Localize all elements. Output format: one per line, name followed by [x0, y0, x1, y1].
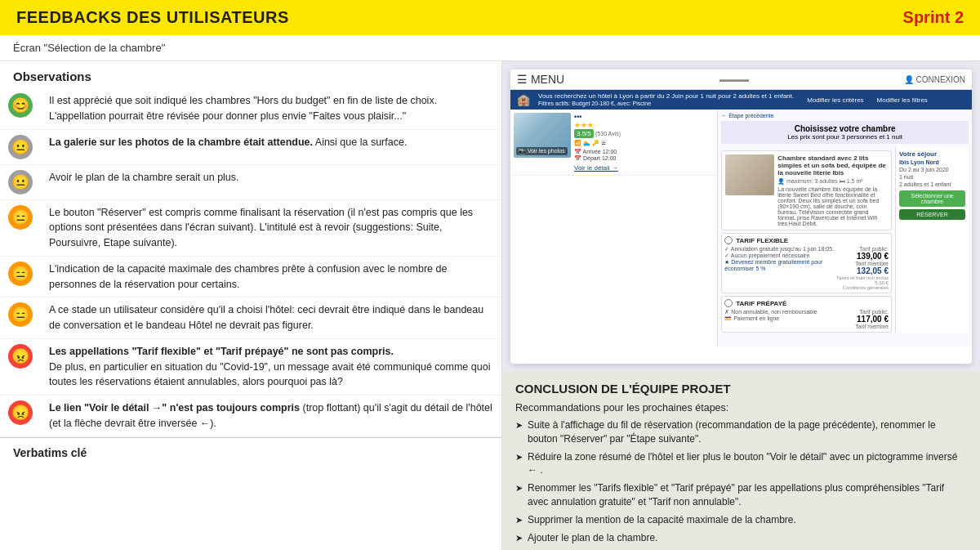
sentiment-cell: 😐 — [0, 129, 41, 164]
hotel-name-label: ••• — [574, 113, 621, 121]
mixed-icon-3: 😑 — [8, 302, 33, 327]
hotel-content: 📷 Voir les photos ••• ★★★ 3.5/5 (530 Avi… — [510, 110, 972, 347]
prev-step: ← Étape précédente — [721, 113, 969, 118]
table-row: 😠 Les appellations "Tarif flexible" et "… — [0, 338, 501, 395]
obs-text-4: Le bouton "Réserver" est compris comme f… — [41, 199, 501, 256]
prix-public-label-2: Tarif public: — [855, 309, 889, 315]
obs-text-8: Le lien "Voir le détail →" n'est pas tou… — [41, 396, 501, 437]
departure-time: 📅 Départ 12:00 — [574, 155, 621, 162]
conclusion-subtitle: Recommandations pour les prochaines étap… — [515, 402, 967, 414]
table-row: 😑 Le bouton "Réserver" est compris comme… — [0, 199, 501, 256]
room-image — [725, 154, 774, 195]
obs-text-7: Les appellations "Tarif flexible" et "Ta… — [41, 338, 501, 395]
tarif-flexible-row: TARIF FLEXIBLE ✓ Annulation gratuite jus… — [721, 233, 892, 293]
hotel-list: 📷 Voir les photos ••• ★★★ 3.5/5 (530 Avi… — [510, 110, 718, 347]
non-annulable: ✗ Non annulable, non remboursable — [724, 309, 817, 315]
list-item-text-2: Réduire la zone résumé de l'hôtel et lie… — [528, 450, 967, 478]
tarif-flex-radio[interactable] — [724, 236, 733, 244]
modify-criteria-btn[interactable]: Modifier les critères — [802, 95, 868, 105]
hotel-ui-mock: ☰ MENU ▬▬▬▬ 👤 CONNEXION 🏨 Vous recherche… — [510, 69, 972, 364]
room-capacity: 👤 maximum: 3 adultes 🛏 1.5 m² — [777, 178, 888, 185]
hotel-detail: ← Étape précédente Choisissez votre cham… — [718, 110, 972, 347]
tarif-pre-label: TARIF PRÉPAYÉ — [736, 300, 786, 307]
obs-text-3: Avoir le plan de la chambre serait un pl… — [41, 164, 501, 199]
prix-membre-1: 132,05 € — [835, 266, 889, 275]
room-section: Chambre standard avec 2 lits simples et … — [721, 147, 892, 333]
voir-detail-link[interactable]: Voir le détail → — [574, 164, 621, 172]
tarif-pre-radio[interactable] — [724, 299, 733, 307]
annulation-info: ✓ Annulation gratuite jusqu'au 1 juin 18… — [724, 246, 835, 253]
sejour-title: Votre séjour — [899, 150, 965, 158]
table-row: 😠 Le lien "Voir le détail →" n'est pas t… — [0, 396, 501, 437]
paiement-info: 💳 Paiement en ligne — [724, 315, 817, 322]
obs-text-5: L'indication de la capacité maximale des… — [41, 256, 501, 297]
obs-text-6: A ce stade un utilisateur considère qu'i… — [41, 297, 501, 339]
voir-detail-text[interactable]: Voir le détail → — [574, 164, 618, 172]
list-item: Supprimer la mention de la capacité maxi… — [515, 513, 967, 527]
choose-room-subtitle: Les prix sont pour 3 personnes et 1 nuit — [726, 133, 964, 141]
menu-icon: ☰ MENU — [517, 73, 564, 86]
hotel-logo: ▬▬▬▬ — [719, 75, 749, 83]
observations-table: 😊 Il est apprécié que soit indiqué les c… — [0, 88, 501, 437]
tarif-pre-info: ✗ Non annulable, non remboursable 💳 Paie… — [724, 309, 817, 329]
filter-buttons: Modifier les critères Modifier les filtr… — [802, 95, 933, 105]
votre-sejour-sidebar: Votre séjour Ibis Lyon Nord Du 2 au 3 ju… — [895, 147, 969, 333]
filter-text: Vous recherchez un hôtel à Lyon à partir… — [538, 92, 794, 107]
sejour-dates: Du 2 au 3 juin 2020 — [899, 167, 965, 172]
prepayment-info: ✓ Aucun prépaiement nécessaire — [724, 253, 835, 259]
view-photos-btn[interactable]: 📷 Voir les photos — [516, 147, 568, 155]
sejour-nuit: 1 nuit — [899, 174, 965, 180]
screen-label: Écran "Sélection de la chambre" — [0, 35, 980, 61]
prix-public-2: 117,00 € — [855, 315, 889, 324]
hotel-card: 📷 Voir les photos ••• ★★★ 3.5/5 (530 Avi… — [510, 110, 717, 176]
conclusion-area: CONCLUSION DE L'ÉQUIPE PROJET Recommanda… — [502, 372, 980, 550]
tarif-membre-label-2: Tarif membre — [855, 324, 889, 329]
list-item-text-5: Ajouter le plan de la chambre. — [528, 531, 657, 545]
arrival-time: 📅 Arrivée 12:00 — [574, 149, 621, 155]
reviews-count: (530 Avis) — [595, 131, 621, 136]
neutral-icon-2: 😐 — [8, 170, 33, 195]
page-title: FEEDBACKS DES UTILISATEURS — [16, 8, 289, 27]
obs-text-1: Il est apprécié que soit indiqué les cha… — [41, 88, 501, 129]
tarif-pre-header: TARIF PRÉPAYÉ — [724, 299, 889, 307]
list-item-text-1: Suite à l'affichage du fil de réservatio… — [528, 418, 967, 446]
sejour-persons: 2 adultes et 1 enfant — [899, 181, 965, 187]
sentiment-cell: 😐 — [0, 164, 41, 199]
connexion-label: 👤 CONNEXION — [904, 75, 965, 84]
choose-room-header: Choisissez votre chambre Les prix sont p… — [721, 121, 969, 144]
room-desc: La nouvelle chambre Ibis équipée de la l… — [777, 186, 888, 226]
obs-text-2: La galerie sur les photos de la chambre … — [41, 129, 501, 164]
tarif-membre-label: Tarif membre — [835, 261, 889, 266]
reserver-button[interactable]: Sélectionner une chambre — [899, 190, 965, 207]
sentiment-cell: 😠 — [0, 338, 41, 395]
neutral-icon: 😐 — [8, 135, 33, 159]
prix-public-1: 139,00 € — [835, 252, 889, 261]
table-row: 😑 L'indication de la capacité maximale d… — [0, 256, 501, 297]
negative-icon: 😠 — [8, 344, 33, 369]
reserver-confirm-btn[interactable]: RÉSERVER — [899, 209, 965, 220]
tarif-flex-prices: Tarif public: 139,00 € Tarif membre 132,… — [835, 246, 889, 290]
membre-info: ★ Devenez membre gratuitement pour écono… — [724, 259, 835, 271]
table-row: 😐 Avoir le plan de la chambre serait un … — [0, 164, 501, 199]
main-layout: Observations 😊 Il est apprécié que soit … — [0, 61, 980, 550]
hotel-rating: 3.5/5 (530 Avis) — [574, 129, 621, 138]
mixed-icon: 😑 — [8, 205, 33, 230]
positive-icon: 😊 — [8, 93, 33, 118]
table-row: 😐 La galerie sur les photos de la chambr… — [0, 129, 501, 164]
table-row: 😊 Il est apprécié que soit indiqué les c… — [0, 88, 501, 129]
sejour-hotel-name: Ibis Lyon Nord — [899, 159, 965, 165]
hotel-topbar: ☰ MENU ▬▬▬▬ 👤 CONNEXION — [510, 69, 972, 90]
room-details: Chambre standard avec 2 lits simples et … — [777, 154, 888, 226]
list-item-text-3: Renommer les "Tarifs flexible" et "Tarif… — [528, 481, 967, 509]
modify-filters-btn[interactable]: Modifier les filtres — [872, 95, 933, 105]
list-item-text-4: Supprimer la mention de la capacité maxi… — [528, 513, 796, 527]
hotel-stars: ★★★ — [574, 121, 621, 129]
tarif-flex-label: TARIF FLEXIBLE — [736, 237, 788, 244]
observations-header: Observations — [0, 61, 501, 88]
prix-public-label: Tarif public: — [835, 246, 889, 252]
left-panel: Observations 😊 Il est apprécié que soit … — [0, 61, 502, 550]
tarif-flex-header: TARIF FLEXIBLE — [724, 236, 889, 244]
sentiment-cell: 😠 — [0, 396, 41, 437]
list-item: Renommer les "Tarifs flexible" et "Tarif… — [515, 481, 967, 509]
tarif-prepaye-row: TARIF PRÉPAYÉ ✗ Non annulable, non rembo… — [721, 296, 892, 333]
